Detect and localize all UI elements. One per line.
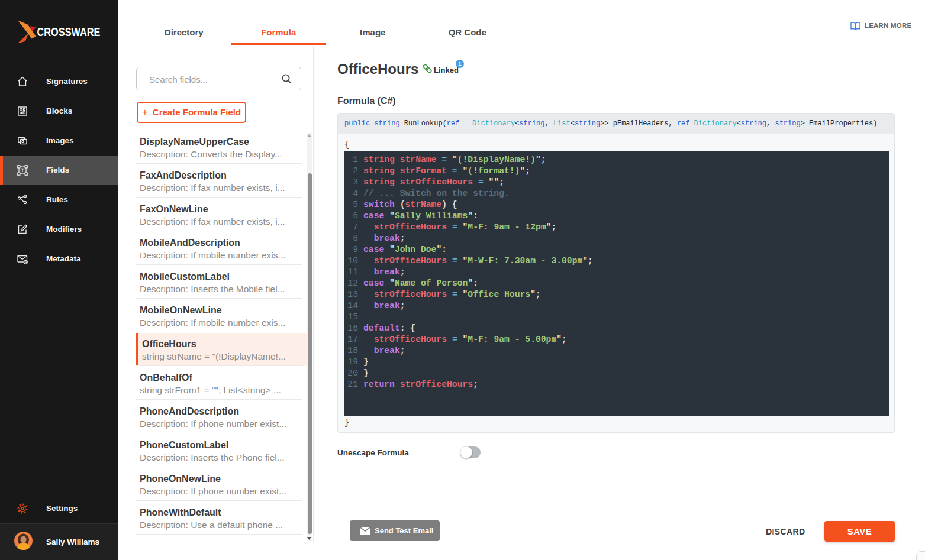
svg-text:CROSSWARE: CROSSWARE (37, 25, 101, 38)
